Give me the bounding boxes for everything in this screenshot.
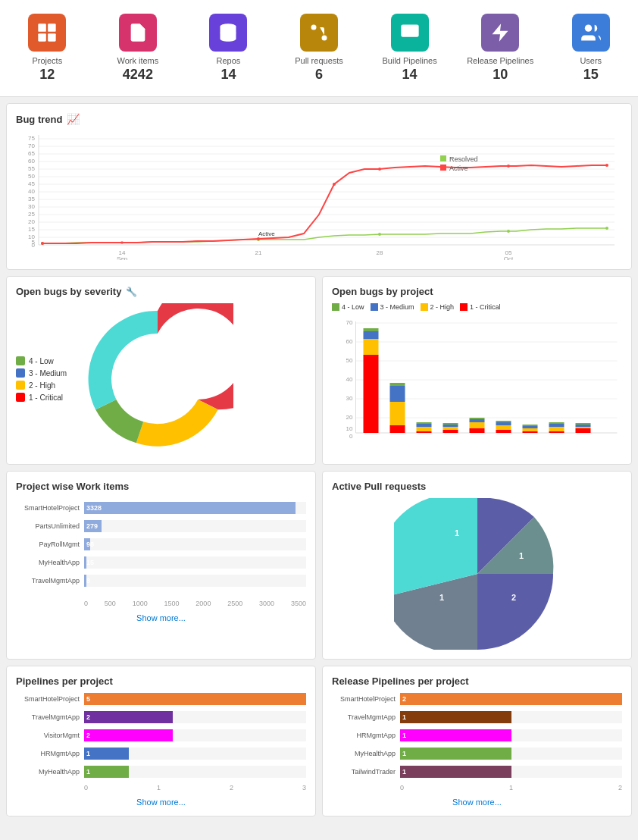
workitems-label: Work items — [117, 56, 158, 65]
svg-rect-85 — [364, 355, 379, 433]
repos-icon-box — [209, 14, 247, 52]
svg-rect-2 — [39, 33, 47, 41]
hbar-track: 15 — [84, 556, 306, 569]
top-card-workitems[interactable]: Work items 4242 — [95, 8, 182, 89]
legend-medium-dot — [16, 368, 25, 378]
bugs-severity-panel: Open bugs by severity 🔧 4 - Low 3 - Medi… — [6, 276, 316, 465]
svg-rect-95 — [417, 424, 432, 427]
svg-text:Active: Active — [449, 165, 468, 172]
hbar-fill: 3328 — [84, 502, 296, 514]
bug-trend-chart: 75 70 65 60 55 50 45 40 35 30 25 20 15 1… — [16, 131, 622, 260]
hbar-val: 1 — [402, 732, 406, 739]
workitems-panel: Project wise Work items SmartHotelProjec… — [6, 471, 316, 660]
svg-rect-102 — [470, 422, 485, 428]
svg-rect-1 — [48, 24, 55, 31]
hbar-track: 98 — [84, 538, 306, 550]
hbar-fill: 2 — [400, 693, 622, 705]
pipelines-show-more[interactable]: Show more... — [16, 798, 306, 807]
hbar-label: TailwindTrader — [332, 768, 400, 776]
hbar-row: PayRollMgmt 98 — [16, 538, 306, 550]
svg-rect-114 — [549, 427, 565, 431]
svg-text:45: 45 — [28, 180, 35, 187]
top-card-pullrequests[interactable]: Pull requests 6 — [276, 8, 363, 89]
svg-rect-65 — [440, 165, 446, 171]
top-card-repos[interactable]: Repos 14 — [185, 8, 272, 89]
hbar-label: HRMgmtApp — [332, 732, 400, 739]
top-cards-bar: Projects 12 Work items 4242 Repos 14 Pul… — [0, 0, 638, 97]
svg-text:60: 60 — [28, 158, 35, 165]
hbar-label: VisitorMgmt — [16, 732, 84, 739]
hbar-label: PartsUnlimited — [16, 522, 84, 530]
svg-point-54 — [378, 233, 381, 236]
top-card-users[interactable]: Users 15 — [547, 8, 634, 89]
svg-text:70: 70 — [346, 319, 353, 326]
hbar-fill: 98 — [84, 538, 90, 550]
svg-point-59 — [333, 183, 336, 186]
svg-point-62 — [605, 164, 608, 167]
svg-rect-86 — [364, 339, 379, 355]
svg-text:2: 2 — [511, 593, 516, 602]
hbar-val: 5 — [86, 695, 90, 703]
svg-text:1: 1 — [439, 593, 444, 602]
trend-icon: 📈 — [67, 113, 80, 125]
top-card-releasepipelines[interactable]: Release Pipelines 10 — [457, 8, 544, 89]
release-pipelines-panel: Release Pipelines per project SmartHotel… — [322, 666, 632, 816]
workitems-show-more[interactable]: Show more... — [16, 613, 306, 622]
pullrequests-label: Pull requests — [295, 56, 343, 65]
hbar-row: MyHealthApp 1 — [332, 748, 622, 760]
hbar-track: 1 — [400, 711, 622, 723]
projects-label: Projects — [32, 56, 62, 65]
pullrequests-count: 6 — [315, 67, 323, 83]
hbar-track: 5 — [84, 693, 306, 705]
users-icon-box — [572, 14, 610, 52]
hbar-label: SmartHotelProject — [16, 695, 84, 703]
svg-rect-63 — [440, 155, 446, 161]
hbar-val: 8 — [86, 577, 90, 585]
workitems-pr-row: Project wise Work items SmartHotelProjec… — [6, 471, 632, 660]
svg-text:55: 55 — [28, 165, 35, 172]
svg-text:Sep: Sep — [117, 255, 128, 260]
svg-rect-94 — [417, 427, 432, 431]
legend-critical-dot — [16, 393, 25, 402]
legend-low-dot — [16, 356, 25, 365]
bugs-project-legend: 4 - Low 3 - Medium 2 - High 1 - Critical — [332, 303, 622, 311]
svg-text:50: 50 — [28, 173, 35, 180]
svg-rect-105 — [496, 430, 511, 433]
svg-text:0: 0 — [32, 242, 36, 249]
svg-text:21: 21 — [255, 249, 262, 256]
pipelines-title: Pipelines per project — [16, 675, 306, 687]
svg-rect-109 — [523, 431, 538, 433]
top-card-projects[interactable]: Projects 12 — [4, 8, 91, 89]
bugs-project-svg: 70 60 50 40 30 20 10 0 — [332, 315, 622, 452]
release-pipelines-show-more[interactable]: Show more... — [332, 798, 622, 807]
svg-text:40: 40 — [346, 376, 353, 383]
hbar-row: MyHealthApp 1 — [16, 766, 306, 778]
hbar-track: 2 — [400, 693, 622, 705]
legend-critical: 1 - Critical — [16, 393, 67, 402]
buildpipelines-count: 14 — [402, 67, 418, 83]
pipelines-xaxis: 0123 — [84, 784, 306, 791]
filter-icon[interactable]: 🔧 — [126, 287, 137, 297]
bugs-project-panel: Open bugs by project 4 - Low 3 - Medium … — [322, 276, 632, 465]
workitems-title: Project wise Work items — [16, 481, 306, 492]
svg-point-56 — [605, 227, 608, 230]
svg-text:50: 50 — [346, 357, 353, 364]
severity-legend: 4 - Low 3 - Medium 2 - High 1 - Critical — [16, 356, 67, 402]
svg-rect-89 — [390, 425, 405, 433]
svg-text:0: 0 — [349, 433, 353, 440]
repos-label: Repos — [217, 56, 241, 65]
svg-text:20: 20 — [28, 218, 35, 225]
workitems-icon-box — [119, 14, 157, 52]
release-pipelines-chart: SmartHotelProject 2 TravelMgmtApp 1 HRMg… — [332, 693, 622, 778]
svg-marker-11 — [493, 24, 508, 41]
hbar-fill: 1 — [84, 748, 129, 760]
dashboard: Bug trend 📈 — [0, 97, 638, 823]
svg-rect-118 — [576, 427, 591, 428]
svg-text:Active: Active — [258, 230, 275, 237]
hbar-label: MyHealthApp — [16, 768, 84, 776]
svg-rect-96 — [417, 422, 432, 424]
svg-rect-120 — [576, 423, 591, 425]
release-pipelines-title: Release Pipelines per project — [332, 675, 622, 687]
svg-text:70: 70 — [28, 143, 35, 149]
top-card-buildpipelines[interactable]: Build Pipelines 14 — [366, 8, 453, 89]
